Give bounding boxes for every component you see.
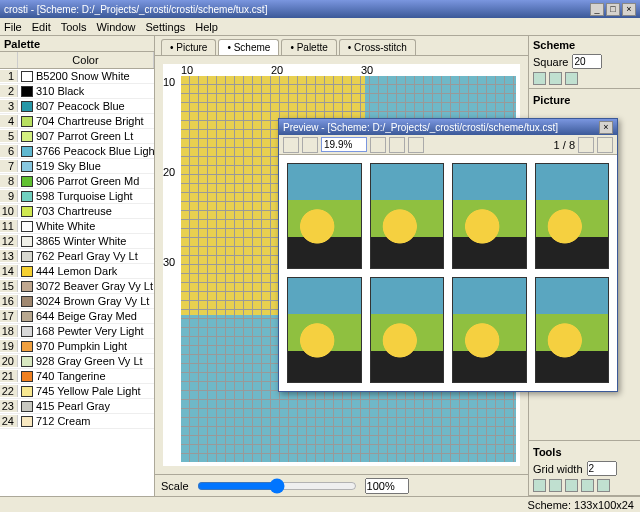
color-row[interactable]: 23415 Pearl Gray: [0, 399, 154, 414]
color-row[interactable]: 8906 Parrot Green Md: [0, 174, 154, 189]
color-row[interactable]: 20928 Gray Green Vy Lt: [0, 354, 154, 369]
tool-icon[interactable]: [581, 479, 594, 492]
color-row[interactable]: 3807 Peacock Blue: [0, 99, 154, 114]
next-page-icon[interactable]: [597, 137, 613, 153]
color-name: B5200 Snow White: [36, 70, 154, 82]
tool-icon[interactable]: [549, 72, 562, 85]
color-swatch: [21, 356, 33, 367]
color-name: 906 Parrot Green Md: [36, 175, 154, 187]
preview-thumb[interactable]: [370, 163, 445, 269]
color-row[interactable]: 10703 Chartreuse: [0, 204, 154, 219]
color-row[interactable]: 19970 Pumpkin Light: [0, 339, 154, 354]
preview-thumb[interactable]: [287, 163, 362, 269]
color-row[interactable]: 4704 Chartreuse Bright: [0, 114, 154, 129]
color-row[interactable]: 63766 Peacock Blue Light: [0, 144, 154, 159]
grid-width-label: Grid width: [533, 463, 583, 475]
menu-file[interactable]: File: [4, 21, 22, 33]
app-title: crosti - [Scheme: D:/_Projects/_crosti/c…: [4, 4, 588, 15]
menu-window[interactable]: Window: [96, 21, 135, 33]
color-row[interactable]: 9598 Turquoise Light: [0, 189, 154, 204]
tool-icon[interactable]: [565, 72, 578, 85]
preview-close-icon[interactable]: ×: [599, 121, 613, 134]
tab-scheme[interactable]: • Scheme: [218, 39, 279, 55]
zoom-value[interactable]: 19.9%: [321, 137, 367, 152]
menu-settings[interactable]: Settings: [146, 21, 186, 33]
maximize-icon[interactable]: □: [606, 3, 620, 16]
minimize-icon[interactable]: _: [590, 3, 604, 16]
color-swatch: [21, 101, 33, 112]
color-name: 415 Pearl Gray: [36, 400, 154, 412]
color-row[interactable]: 153072 Beaver Gray Vy Lt: [0, 279, 154, 294]
square-input[interactable]: [572, 54, 602, 69]
fit-icon[interactable]: [408, 137, 424, 153]
ruler-vertical: 102030: [163, 76, 181, 346]
color-row[interactable]: 22745 Yellow Pale Light: [0, 384, 154, 399]
menu-help[interactable]: Help: [195, 21, 218, 33]
scale-value[interactable]: [365, 478, 409, 494]
color-row[interactable]: 5907 Parrot Green Lt: [0, 129, 154, 144]
color-list[interactable]: 1B5200 Snow White2310 Black3807 Peacock …: [0, 69, 154, 496]
palette-title: Palette: [0, 36, 154, 52]
preview-thumb[interactable]: [370, 277, 445, 383]
color-name: 745 Yellow Pale Light: [36, 385, 154, 397]
menu-tools[interactable]: Tools: [61, 21, 87, 33]
prev-page-icon[interactable]: [578, 137, 594, 153]
color-swatch: [21, 176, 33, 187]
color-name: 970 Pumpkin Light: [36, 340, 154, 352]
color-row[interactable]: 11White White: [0, 219, 154, 234]
scheme-tool-icons: [533, 72, 636, 85]
color-name: 519 Sky Blue: [36, 160, 154, 172]
color-swatch: [21, 221, 33, 232]
color-row[interactable]: 13762 Pearl Gray Vy Lt: [0, 249, 154, 264]
menubar: FileEditToolsWindowSettingsHelp: [0, 18, 640, 36]
print-icon[interactable]: [302, 137, 318, 153]
tool-icon[interactable]: [565, 479, 578, 492]
color-name: 703 Chartreuse: [36, 205, 154, 217]
status-text: Scheme: 133x100x24: [528, 499, 634, 511]
color-row[interactable]: 1B5200 Snow White: [0, 69, 154, 84]
tab-cross-stitch[interactable]: • Cross-stitch: [339, 39, 416, 55]
preview-thumb[interactable]: [287, 277, 362, 383]
color-name: 3072 Beaver Gray Vy Lt: [36, 280, 154, 292]
preview-thumb[interactable]: [452, 277, 527, 383]
tool-icon[interactable]: [549, 479, 562, 492]
color-row[interactable]: 123865 Winter White: [0, 234, 154, 249]
tool-icon[interactable]: [533, 72, 546, 85]
menu-edit[interactable]: Edit: [32, 21, 51, 33]
tab-palette[interactable]: • Palette: [281, 39, 336, 55]
tools-icon-row: [533, 479, 636, 492]
preview-thumb[interactable]: [535, 277, 610, 383]
preview-thumb[interactable]: [452, 163, 527, 269]
scale-slider[interactable]: [197, 478, 357, 494]
picture-panel-title: Picture: [533, 94, 636, 106]
color-row[interactable]: 21740 Tangerine: [0, 369, 154, 384]
color-swatch: [21, 71, 33, 82]
color-swatch: [21, 116, 33, 127]
color-name: 740 Tangerine: [36, 370, 154, 382]
save-icon[interactable]: [283, 137, 299, 153]
preview-thumb[interactable]: [535, 163, 610, 269]
tool-icon[interactable]: [533, 479, 546, 492]
color-swatch: [21, 146, 33, 157]
palette-panel: Palette Color 1B5200 Snow White2310 Blac…: [0, 36, 155, 496]
tool-icon[interactable]: [597, 479, 610, 492]
tab-picture[interactable]: • Picture: [161, 39, 216, 55]
color-row[interactable]: 2310 Black: [0, 84, 154, 99]
close-icon[interactable]: ×: [622, 3, 636, 16]
color-name: 907 Parrot Green Lt: [36, 130, 154, 142]
color-row[interactable]: 17644 Beige Gray Med: [0, 309, 154, 324]
grid-width-input[interactable]: [587, 461, 617, 476]
color-row[interactable]: 7519 Sky Blue: [0, 159, 154, 174]
zoom-out-icon[interactable]: [370, 137, 386, 153]
color-swatch: [21, 236, 33, 247]
color-name: 644 Beige Gray Med: [36, 310, 154, 322]
color-row[interactable]: 163024 Brown Gray Vy Lt: [0, 294, 154, 309]
color-row[interactable]: 24712 Cream: [0, 414, 154, 429]
color-name: 928 Gray Green Vy Lt: [36, 355, 154, 367]
color-name: 807 Peacock Blue: [36, 100, 154, 112]
zoom-in-icon[interactable]: [389, 137, 405, 153]
color-name: 712 Cream: [36, 415, 154, 427]
color-row[interactable]: 14444 Lemon Dark: [0, 264, 154, 279]
color-row[interactable]: 18168 Pewter Very Light: [0, 324, 154, 339]
preview-window[interactable]: Preview - [Scheme: D:/_Projects/_crosti/…: [278, 118, 618, 392]
